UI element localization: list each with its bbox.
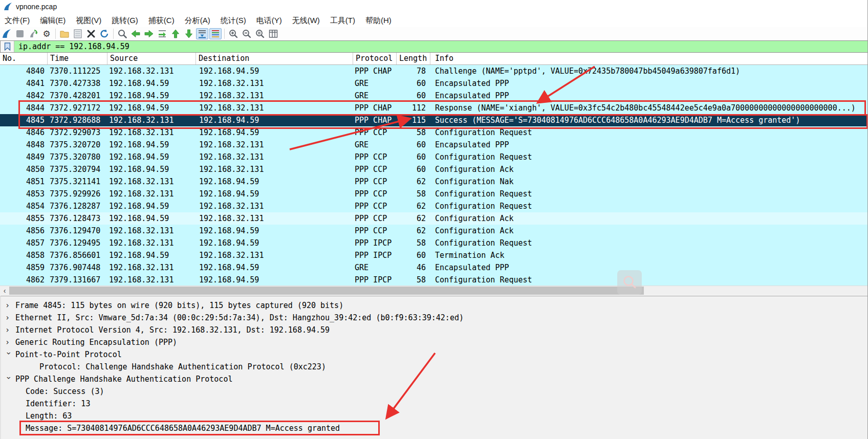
menu-file[interactable]: 文件(F) [0, 13, 35, 27]
column-header-length[interactable]: Length [397, 53, 430, 64]
go-to-packet-icon[interactable] [156, 28, 168, 39]
go-forward-icon[interactable] [143, 28, 155, 39]
menu-edit[interactable]: 编辑(E) [35, 13, 71, 27]
cell-source: 192.168.94.59 [107, 212, 196, 225]
go-back-icon[interactable] [129, 28, 142, 39]
menu-view[interactable]: 视图(V) [71, 13, 106, 27]
detail-line[interactable]: ›Internet Protocol Version 4, Src: 192.1… [1, 324, 868, 336]
save-file-icon[interactable] [72, 28, 84, 39]
packet-row-4855[interactable]: 48557376.128473192.168.94.59192.168.32.1… [0, 212, 868, 225]
expander-closed-icon[interactable]: › [5, 299, 12, 312]
menu-bar: 文件(F) 编辑(E) 视图(V) 跳转(G) 捕获(C) 分析(A) 统计(S… [0, 13, 868, 27]
scrollbar-thumb[interactable] [9, 287, 644, 295]
scrollbar-left-arrow[interactable]: ‹ [0, 286, 9, 295]
cell-time: 7375.929926 [48, 188, 107, 200]
packet-row-4854[interactable]: 48547376.128287192.168.94.59192.168.32.1… [0, 200, 868, 212]
resize-columns-icon[interactable] [267, 28, 279, 39]
detail-line[interactable]: ›PPP Challenge Handshake Authentication … [1, 373, 868, 385]
stop-capture-icon[interactable] [14, 28, 26, 39]
expander-closed-icon[interactable]: › [5, 336, 12, 348]
packet-row-4857[interactable]: 48577376.129495192.168.32.131192.168.94.… [0, 237, 868, 249]
cell-no: 4856 [0, 225, 48, 237]
packet-row-4856[interactable]: 48567376.129470192.168.32.131192.168.94.… [0, 225, 868, 237]
column-header-destination[interactable]: Destination [196, 53, 353, 64]
screen-magnifier-overlay-icon[interactable] [617, 270, 642, 295]
filter-bookmark-icon[interactable] [1, 41, 14, 52]
colorize-icon[interactable] [209, 28, 222, 39]
cell-length: 62 [397, 225, 430, 237]
cell-destination: 192.168.32.131 [196, 151, 353, 163]
menu-capture[interactable]: 捕获(C) [143, 13, 180, 27]
detail-line[interactable]: Identifier: 13 [1, 398, 868, 410]
packet-row-4846[interactable]: 48467372.929073192.168.32.131192.168.94.… [0, 126, 868, 139]
expander-closed-icon[interactable]: › [5, 312, 12, 324]
cell-destination: 192.168.32.131 [196, 212, 353, 225]
menu-tools[interactable]: 工具(T) [325, 13, 360, 27]
go-last-icon[interactable] [183, 28, 195, 39]
detail-line[interactable]: Code: Success (3) [1, 385, 868, 398]
menu-go[interactable]: 跳转(G) [106, 13, 143, 27]
detail-line[interactable]: Length: 63 [1, 410, 868, 422]
packet-row-4845[interactable]: 48457372.928688192.168.32.131192.168.94.… [0, 114, 868, 126]
expander-closed-icon[interactable]: › [5, 324, 12, 336]
close-file-icon[interactable] [85, 28, 97, 39]
auto-scroll-icon[interactable] [196, 28, 208, 39]
column-header-time[interactable]: Time [48, 53, 107, 64]
column-header-protocol[interactable]: Protocol [353, 53, 397, 64]
zoom-out-icon[interactable] [241, 28, 253, 39]
column-header-no[interactable]: No. [0, 53, 48, 64]
packet-row-4862[interactable]: 48627379.131667192.168.32.131192.168.94.… [0, 274, 868, 286]
start-capture-icon[interactable] [1, 28, 13, 39]
display-filter-input[interactable]: ip.addr == 192.168.94.59 [14, 41, 867, 52]
packet-row-4840[interactable]: 48407370.111225192.168.32.131192.168.94.… [0, 65, 868, 77]
cell-destination: 192.168.32.131 [196, 90, 353, 102]
horizontal-scrollbar[interactable]: ‹ [0, 286, 868, 295]
cell-length: 60 [397, 77, 430, 90]
menu-telephony[interactable]: 电话(Y) [251, 13, 287, 27]
column-header-source[interactable]: Source [107, 53, 196, 64]
menu-help[interactable]: 帮助(H) [360, 13, 397, 27]
detail-line[interactable]: ›Ethernet II, Src: Vmware_5d:7a:34 (00:0… [1, 312, 868, 324]
menu-analyze[interactable]: 分析(A) [180, 13, 215, 27]
reload-icon[interactable] [98, 28, 111, 39]
cell-source: 192.168.32.131 [107, 274, 196, 286]
cell-info: Configuration Request [430, 126, 868, 139]
packet-row-4848[interactable]: 48487375.320720192.168.94.59192.168.32.1… [0, 139, 868, 151]
packet-row-4858[interactable]: 48587376.856601192.168.94.59192.168.32.1… [0, 249, 868, 261]
menu-statistics[interactable]: 统计(S) [215, 13, 251, 27]
detail-line[interactable]: ›Generic Routing Encapsulation (PPP) [1, 336, 868, 348]
zoom-in-icon[interactable] [227, 28, 240, 39]
restart-capture-icon[interactable] [27, 28, 39, 39]
cell-destination: 192.168.94.59 [196, 225, 353, 237]
cell-protocol: PPP CCP [353, 212, 397, 225]
expander-open-icon[interactable]: › [3, 351, 15, 358]
detail-line[interactable]: Protocol: Challenge Handshake Authentica… [1, 361, 868, 373]
cell-protocol: GRE [353, 139, 397, 151]
zoom-reset-icon[interactable] [254, 28, 266, 39]
cell-info: Configuration Request [430, 151, 868, 163]
detail-line[interactable]: Message: S=73040814976AD6CCC648658A0A462… [1, 422, 868, 434]
capture-options-icon[interactable]: ⚙ [40, 28, 53, 39]
find-packet-icon[interactable] [116, 28, 128, 39]
open-file-icon[interactable] [58, 28, 71, 39]
go-first-icon[interactable] [169, 28, 182, 39]
cell-protocol: PPP CHAP [353, 65, 397, 77]
cell-info: Encapsulated PPP [430, 139, 868, 151]
packet-row-4844[interactable]: 48447372.927172192.168.94.59192.168.32.1… [0, 102, 868, 114]
packet-row-4841[interactable]: 48417370.427338192.168.94.59192.168.32.1… [0, 77, 868, 90]
packet-row-4850[interactable]: 48507375.320794192.168.94.59192.168.32.1… [0, 163, 868, 175]
cell-destination: 192.168.32.131 [196, 77, 353, 90]
detail-line[interactable]: ›Point-to-Point Protocol [1, 348, 868, 361]
packet-row-4842[interactable]: 48427370.428201192.168.94.59192.168.32.1… [0, 90, 868, 102]
column-header-info[interactable]: Info [430, 53, 868, 64]
packet-row-4849[interactable]: 48497375.320780192.168.94.59192.168.32.1… [0, 151, 868, 163]
packet-row-4851[interactable]: 48517375.321141192.168.32.131192.168.94.… [0, 175, 868, 188]
detail-line[interactable]: ›Frame 4845: 115 bytes on wire (920 bits… [1, 299, 868, 312]
packet-row-4853[interactable]: 48537375.929926192.168.32.131192.168.94.… [0, 188, 868, 200]
expander-open-icon[interactable]: › [3, 376, 15, 383]
cell-destination: 192.168.94.59 [196, 65, 353, 77]
cell-time: 7375.320720 [48, 139, 107, 151]
cell-length: 58 [397, 188, 430, 200]
packet-row-4859[interactable]: 48597376.907448192.168.32.131192.168.94.… [0, 261, 868, 274]
menu-wireless[interactable]: 无线(W) [287, 13, 325, 27]
